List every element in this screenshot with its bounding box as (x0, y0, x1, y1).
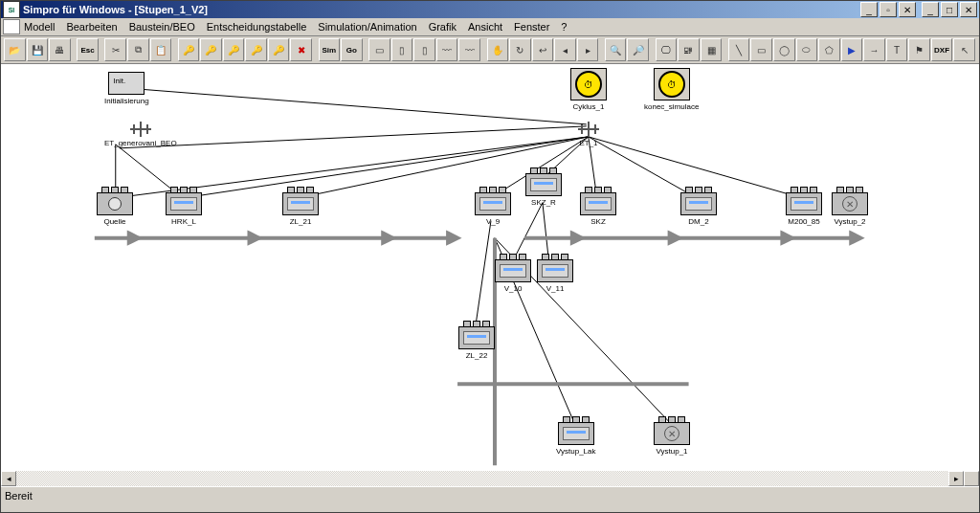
menu-fenster[interactable]: Fenster (514, 21, 549, 33)
node-cyklus[interactable]: ⏱ Cyklus_1 (570, 68, 607, 111)
node-etgen-label: ET_generovani_BEO (104, 139, 177, 147)
node-v9[interactable]: V_9 (475, 187, 511, 226)
node-skzr[interactable]: SKZ_R (525, 167, 562, 207)
node-vlak[interactable]: Vystup_Lak (556, 416, 596, 456)
node-vystup1[interactable]: ✕ Vystup_1 (654, 416, 690, 456)
doc-close-button[interactable]: ✕ (899, 2, 916, 17)
toolbar-key2-icon[interactable]: 🔑 (200, 38, 222, 61)
toolbar-monitor-icon[interactable]: 🖵 (656, 38, 678, 61)
menu-ansicht[interactable]: Ansicht (468, 21, 502, 33)
node-dm2-label: DM_2 (688, 217, 708, 226)
toolbar-key4-icon[interactable]: 🔑 (245, 38, 267, 61)
node-dm2[interactable]: DM_2 (680, 187, 717, 226)
toolbar-step4-icon[interactable]: 〰 (436, 38, 458, 61)
toolbar-find-icon[interactable]: 🔍 (605, 38, 627, 61)
toolbar-go-icon[interactable]: Go (341, 38, 363, 61)
toolbar-del-icon[interactable]: ✖ (290, 38, 312, 61)
toolbar-rrect-icon[interactable]: ⬭ (796, 38, 818, 61)
menu-grafik[interactable]: Grafik (429, 21, 457, 33)
toolbar-fwd-icon[interactable]: ▸ (577, 38, 599, 61)
scroll-left-button[interactable]: ◂ (1, 471, 16, 486)
window-title: Simpro für Windows - [Stupen_1_V2] (23, 4, 208, 15)
node-etgen[interactable]: ET_generovani_BEO (104, 122, 177, 147)
toolbar-paste-icon[interactable]: 📋 (150, 38, 172, 61)
toolbar-cut-icon[interactable]: ✂ (104, 38, 126, 61)
scroll-right-button[interactable]: ▸ (948, 471, 964, 486)
toolbar-text-icon[interactable]: T (886, 38, 908, 61)
scroll-track[interactable] (16, 471, 948, 486)
toolbar-poly-icon[interactable]: ⬠ (818, 38, 840, 61)
node-skzr-label: SKZ_R (531, 198, 556, 207)
menu-baustein[interactable]: Baustein/BEO (129, 21, 195, 33)
node-init-label: Initialisierung (104, 97, 149, 105)
node-vlak-label: Vystup_Lak (556, 447, 596, 456)
node-zl21[interactable]: ZL_21 (282, 187, 319, 226)
maximize-button[interactable]: □ (941, 2, 958, 17)
doc-icon[interactable] (3, 19, 20, 34)
workspace-canvas[interactable]: Init. Initialisierung ET_generovani_BEO … (1, 64, 979, 470)
node-vystup2[interactable]: ✕ Vystup_2 (832, 187, 868, 226)
node-konec[interactable]: ⏱ konec_simulace (644, 68, 699, 111)
toolbar-arrow-icon[interactable]: → (863, 38, 885, 61)
node-hrk[interactable]: HRK_L (166, 187, 202, 226)
menu-modell[interactable]: Modell (24, 21, 55, 33)
node-skz[interactable]: SKZ (580, 187, 616, 226)
toolbar-hand-icon[interactable]: ✋ (487, 38, 509, 61)
node-konec-label: konec_simulace (644, 102, 699, 111)
toolbar-copy-icon[interactable]: ⧉ (127, 38, 149, 61)
node-vystup1-label: Vystup_1 (656, 447, 687, 456)
node-et1[interactable]: ET_1 (578, 122, 599, 147)
toolbar-circ-icon[interactable]: ◯ (773, 38, 795, 61)
node-v10[interactable]: V_10 (495, 254, 531, 293)
toolbar-save-icon[interactable]: 💾 (27, 38, 49, 61)
doc-min-button[interactable]: _ (860, 2, 878, 17)
toolbar-pc-icon[interactable]: 🖳 (678, 38, 700, 61)
node-quelle[interactable]: Quelle (97, 187, 133, 226)
node-zl22[interactable]: ZL_22 (458, 321, 495, 360)
node-m200[interactable]: M200_85 (786, 187, 822, 226)
node-vystup2-label: Vystup_2 (834, 217, 865, 226)
toolbar-cursor-icon[interactable]: ↖ (953, 38, 975, 61)
toolbar-open-icon[interactable]: 📂 (4, 38, 26, 61)
status-bar: Bereit (1, 486, 979, 512)
toolbar-step3-icon[interactable]: ▯ (413, 38, 435, 61)
toolbar-key3-icon[interactable]: 🔑 (223, 38, 245, 61)
toolbar-key1-icon[interactable]: 🔑 (178, 38, 200, 61)
menu-help[interactable]: ? (561, 21, 567, 33)
toolbar-step5-icon[interactable]: 〰 (458, 38, 480, 61)
toolbar-rev-icon[interactable]: ↩ (532, 38, 554, 61)
toolbar-chip-icon[interactable]: ▦ (701, 38, 723, 61)
toolbar-sim-icon[interactable]: Sim (319, 38, 341, 61)
node-init[interactable]: Init. Initialisierung (104, 72, 149, 105)
toolbar-dxf-icon[interactable]: DXF (931, 38, 953, 61)
menu-bearbeiten[interactable]: Bearbeiten (66, 21, 117, 33)
close-button[interactable]: ✕ (960, 2, 977, 17)
menu-simulation[interactable]: Simulation/Animation (318, 21, 416, 33)
node-quelle-label: Quelle (103, 217, 125, 226)
menubar: Modell Bearbeiten Baustein/BEO Entscheid… (1, 18, 979, 36)
minimize-button[interactable]: _ (922, 2, 939, 17)
toolbar-back-icon[interactable]: ◂ (554, 38, 576, 61)
toolbar-find-next-icon[interactable]: 🔎 (627, 38, 649, 61)
toolbar-step2-icon[interactable]: ▯ (391, 38, 413, 61)
toolbar-print-icon[interactable]: 🖶 (49, 38, 71, 61)
node-v10-label: V_10 (504, 284, 523, 293)
toolbar-key5-icon[interactable]: 🔑 (268, 38, 290, 61)
node-v11[interactable]: V_11 (537, 254, 573, 293)
doc-max-button[interactable]: ▫ (880, 2, 897, 17)
toolbar-tri-fill-icon[interactable]: ▶ (841, 38, 863, 61)
node-zl21-label: ZL_21 (290, 217, 312, 226)
toolbar-step1-icon[interactable]: ▭ (368, 38, 390, 61)
toolbar-esc-icon[interactable]: Esc (77, 38, 99, 61)
toolbar: 📂💾🖶Esc✂⧉📋🔑🔑🔑🔑🔑✖SimGo▭▯▯〰〰✋↻↩◂▸🔍🔎🖵🖳▦╲▭◯⬭⬠… (1, 36, 979, 64)
menu-entscheidungstabelle[interactable]: Entscheidungstabelle (207, 21, 307, 33)
toolbar-rot-icon[interactable]: ↻ (509, 38, 531, 61)
horizontal-scrollbar[interactable]: ◂ ▸ (1, 470, 979, 486)
toolbar-rect-icon[interactable]: ▭ (750, 38, 772, 61)
window: SI Simpro für Windows - [Stupen_1_V2] _ … (0, 0, 980, 513)
toolbar-line-icon[interactable]: ╲ (728, 38, 750, 61)
toolbar-flag-icon[interactable]: ⚑ (908, 38, 930, 61)
node-v11-label: V_11 (546, 284, 565, 293)
titlebar: SI Simpro für Windows - [Stupen_1_V2] _ … (1, 1, 979, 18)
node-m200-label: M200_85 (788, 217, 819, 226)
